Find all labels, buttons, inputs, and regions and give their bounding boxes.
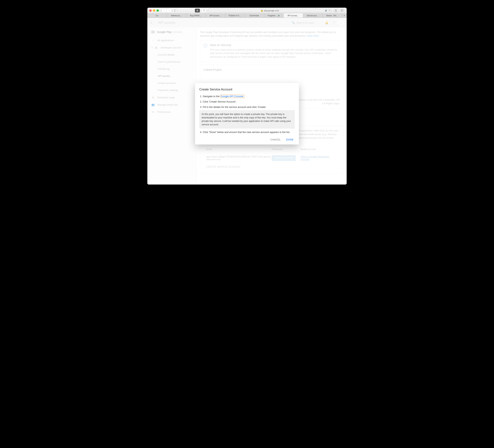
lock-icon: 🔒 [261, 9, 263, 12]
minimize-window-icon[interactable] [153, 9, 155, 12]
tab-bug[interactable]: Bug 59400:… [186, 13, 206, 18]
extension-g-icon[interactable]: G [195, 9, 200, 12]
tab-sound-icon: 🔊 [278, 14, 280, 16]
tab-delivery[interactable]: delivery.ac… [167, 13, 186, 18]
tab-api-active[interactable]: API access… [284, 13, 303, 18]
done-button[interactable]: DONE [286, 138, 294, 141]
modal-overlay: Create Service Account Navigate to the G… [147, 18, 347, 185]
sound-icon[interactable]: 🔊 [325, 9, 327, 12]
tab-grammarly[interactable]: Grammarly [245, 13, 264, 18]
tab-co[interactable]: Co [147, 13, 167, 18]
share-button[interactable] [333, 9, 338, 12]
window-controls [149, 9, 159, 12]
dialog-title: Create Service Account [199, 87, 295, 91]
step-2: Click 'Create Service Account'. [203, 100, 295, 103]
browser-window: ‹ › G ⓘ 🔒 play.google.com 🔊 ⟳ Co deliver… [147, 8, 347, 185]
maximize-window-icon[interactable] [157, 9, 159, 12]
close-window-icon[interactable] [149, 9, 152, 12]
tabs-button[interactable] [340, 9, 345, 12]
cancel-button[interactable]: CANCEL [270, 138, 281, 141]
create-service-account-dialog: Create Service Account Navigate to the G… [195, 83, 299, 145]
google-api-console-link[interactable]: Google API Console. [221, 95, 244, 98]
dialog-steps: Navigate to the Google API Console. Clic… [199, 95, 295, 134]
sidebar-toggle-icon[interactable] [173, 9, 178, 12]
step-3: Fill in the details for the service acco… [203, 105, 295, 129]
extension-i-icon[interactable]: ⓘ [201, 9, 206, 12]
tab-api1[interactable]: API access… [206, 13, 225, 18]
back-button[interactable]: ‹ [161, 9, 167, 12]
highlighted-link-wrap: Google API Console. [220, 95, 245, 98]
titlebar: ‹ › G ⓘ 🔒 play.google.com 🔊 ⟳ [147, 8, 347, 13]
new-tab-button[interactable]: + [342, 13, 347, 18]
address-bar[interactable]: 🔒 play.google.com 🔊 ⟳ [208, 9, 332, 12]
step-1: Navigate to the Google API Console. [203, 95, 295, 98]
nav-buttons: ‹ › [161, 9, 172, 12]
step-4: Click "Done" below and ensure that the n… [203, 130, 295, 134]
private-key-note: At this point, you will have the option … [199, 110, 295, 129]
tab-bar: Co delivery.ac… Bug 59400:… API access… … [147, 13, 347, 18]
tab-service[interactable]: Service acc… [303, 13, 323, 18]
svg-rect-4 [342, 10, 343, 11]
svg-rect-0 [174, 10, 176, 11]
forward-button[interactable]: › [167, 9, 172, 12]
tab-fragmen[interactable]: Fragmen…🔊 [264, 13, 284, 18]
tab-publish[interactable]: Publish to G… [225, 13, 245, 18]
reload-icon[interactable]: ⟳ [329, 9, 330, 12]
dialog-actions: CANCEL DONE [199, 136, 295, 142]
tab-stores[interactable]: Stores · Sm… [322, 13, 342, 18]
url-text: play.google.com [264, 9, 279, 12]
